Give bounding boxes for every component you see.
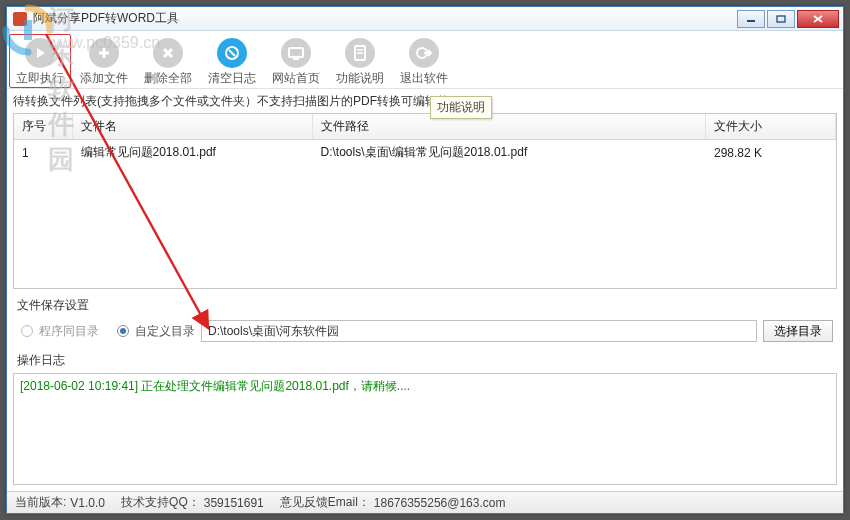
plus-icon	[89, 38, 119, 68]
table-header-row: 序号 文件名 文件路径 文件大小	[14, 114, 836, 140]
x-icon	[153, 38, 183, 68]
feedback-label: 意见反馈Email：	[280, 494, 370, 511]
cell-size: 298.82 K	[706, 140, 836, 166]
cell-index: 1	[14, 140, 72, 166]
clear-log-button[interactable]: 清空日志	[201, 34, 263, 88]
save-path-input[interactable]	[201, 320, 757, 342]
svg-rect-1	[777, 16, 785, 22]
close-button[interactable]	[797, 10, 839, 28]
table-row[interactable]: 1 编辑常见问题2018.01.pdf D:\tools\桌面\编辑常见问题20…	[14, 140, 836, 166]
minimize-icon	[746, 15, 756, 23]
support-value: 359151691	[204, 496, 264, 510]
toolbar: 立即执行 添加文件 删除全部 清空日志 网站首页	[7, 31, 843, 89]
close-icon	[812, 14, 824, 24]
radio-custom-dir-label: 自定义目录	[135, 323, 195, 340]
monitor-icon	[281, 38, 311, 68]
clear-icon	[217, 38, 247, 68]
files-table: 序号 文件名 文件路径 文件大小 1 编辑常见问题2018.01.pdf D:\…	[13, 113, 837, 289]
run-button[interactable]: 立即执行	[9, 34, 71, 88]
maximize-icon	[776, 15, 786, 23]
log-output[interactable]: [2018-06-02 10:19:41] 正在处理文件编辑常见问题2018.0…	[13, 373, 837, 485]
save-settings-row: 程序同目录 自定义目录 选择目录	[7, 318, 843, 348]
help-label: 功能说明	[336, 70, 384, 87]
statusbar: 当前版本: V1.0.0 技术支持QQ： 359151691 意见反馈Email…	[7, 491, 843, 513]
tooltip: 功能说明	[430, 96, 492, 119]
exit-button[interactable]: 退出软件	[393, 34, 455, 88]
save-section-label: 文件保存设置	[7, 289, 843, 318]
cell-path: D:\tools\桌面\编辑常见问题2018.01.pdf	[312, 140, 706, 166]
col-size[interactable]: 文件大小	[706, 114, 836, 140]
version-value: V1.0.0	[70, 496, 105, 510]
homepage-button[interactable]: 网站首页	[265, 34, 327, 88]
browse-button[interactable]: 选择目录	[763, 320, 833, 342]
home-label: 网站首页	[272, 70, 320, 87]
col-index[interactable]: 序号	[14, 114, 72, 140]
version-label: 当前版本:	[15, 494, 66, 511]
remove-label: 删除全部	[144, 70, 192, 87]
support-label: 技术支持QQ：	[121, 494, 200, 511]
col-name[interactable]: 文件名	[72, 114, 312, 140]
cell-name: 编辑常见问题2018.01.pdf	[72, 140, 312, 166]
exit-label: 退出软件	[400, 70, 448, 87]
help-button[interactable]: 功能说明	[329, 34, 391, 88]
play-icon	[25, 38, 55, 68]
col-path[interactable]: 文件路径	[312, 114, 706, 140]
app-icon	[13, 12, 27, 26]
svg-marker-4	[37, 48, 45, 58]
add-label: 添加文件	[80, 70, 128, 87]
minimize-button[interactable]	[737, 10, 765, 28]
radio-same-dir-label: 程序同目录	[39, 323, 99, 340]
feedback-value: 18676355256@163.com	[374, 496, 506, 510]
app-window: 阿斌分享PDF转WORD工具 立即执行 添加文件	[6, 6, 844, 514]
hint-text: 待转换文件列表(支持拖拽多个文件或文件夹）不支持扫描图片的PDF转换可编辑的WO…	[7, 89, 843, 113]
radio-custom-dir[interactable]	[117, 325, 129, 337]
remove-all-button[interactable]: 删除全部	[137, 34, 199, 88]
clear-label: 清空日志	[208, 70, 256, 87]
titlebar: 阿斌分享PDF转WORD工具	[7, 7, 843, 31]
maximize-button[interactable]	[767, 10, 795, 28]
log-line: [2018-06-02 10:19:41] 正在处理文件编辑常见问题2018.0…	[20, 378, 830, 395]
window-title: 阿斌分享PDF转WORD工具	[33, 10, 179, 27]
svg-rect-10	[289, 48, 303, 57]
document-icon	[345, 38, 375, 68]
radio-same-dir[interactable]	[21, 325, 33, 337]
add-files-button[interactable]: 添加文件	[73, 34, 135, 88]
exit-icon	[409, 38, 439, 68]
run-label: 立即执行	[16, 70, 64, 87]
log-section-label: 操作日志	[7, 348, 843, 373]
